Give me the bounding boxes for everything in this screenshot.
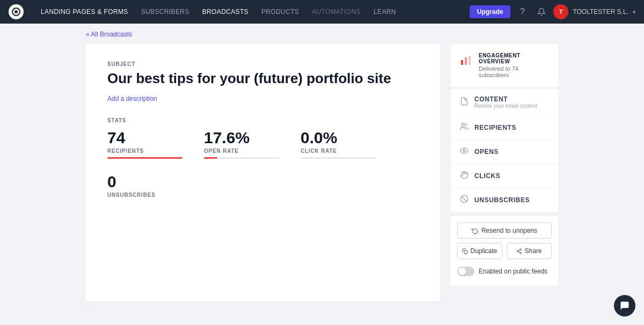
stat-unsubscribes: 0 UNSUBSCRIBES: [107, 174, 204, 198]
eye-icon: [459, 146, 469, 157]
sidebar-clicks-label: CLICKS: [474, 172, 500, 180]
stat-open-rate-label: OPEN RATE: [204, 148, 301, 154]
bar-chart-icon: [459, 54, 472, 67]
stats-label: STATS: [107, 117, 419, 123]
svg-point-8: [520, 248, 522, 250]
svg-rect-1: [465, 57, 467, 65]
svg-rect-7: [465, 250, 468, 254]
nav-item-products[interactable]: Products: [255, 0, 305, 24]
engagement-title: ENGAGEMENT OVERVIEW: [479, 53, 550, 64]
engagement-chart-icon: [459, 54, 472, 70]
stat-click-rate-label: CLICK RATE: [301, 148, 397, 154]
nav-items: Landing Pages & Forms Subscribers Broadc…: [34, 0, 470, 24]
share-label: Share: [524, 247, 541, 255]
footer: © 2013 - 2021 ConvertKit. All Rights Res…: [0, 323, 644, 325]
resend-label: Resend to unopens: [481, 227, 537, 234]
svg-point-3: [462, 123, 464, 126]
document-icon: [459, 97, 469, 108]
notifications-button[interactable]: [534, 4, 549, 19]
nav-item-automations[interactable]: Automations: [305, 0, 367, 24]
share-icon: [516, 248, 522, 254]
sidebar-item-recipients[interactable]: RECIPIENTS: [451, 116, 558, 140]
add-description-link[interactable]: Add a description: [107, 95, 157, 102]
stat-click-rate-track: [301, 157, 376, 159]
hand-icon: [459, 171, 469, 181]
stat-recipients-label: RECIPIENTS: [107, 148, 204, 154]
sidebar-nav: CONTENT Review your email content RECIPI…: [451, 89, 558, 212]
public-feeds-label: Enabled on public feeds: [479, 268, 547, 275]
svg-line-11: [518, 252, 520, 253]
svg-point-10: [520, 252, 522, 254]
nav-item-broadcasts[interactable]: Broadcasts: [196, 0, 255, 24]
help-button[interactable]: ?: [515, 4, 530, 19]
nav-item-learn[interactable]: Learn: [367, 0, 402, 24]
stat-open-rate: 17.6% OPEN RATE: [204, 130, 301, 161]
stat-recipients-fill: [107, 157, 182, 159]
people-icon: [459, 122, 469, 133]
svg-line-6: [462, 196, 466, 201]
stat-recipients-value: 74: [107, 130, 204, 146]
sidebar-item-content-text: CONTENT Review your email content: [474, 95, 537, 109]
nav-item-landing-pages[interactable]: Landing Pages & Forms: [34, 0, 135, 24]
duplicate-button[interactable]: Duplicate: [457, 243, 502, 259]
stat-click-rate: 0.0% CLICK RATE: [301, 130, 397, 161]
sidebar-actions: Resend to unopens Duplicate Share Enable…: [451, 216, 558, 286]
right-panel: ENGAGEMENT OVERVIEW Delivered to 74 subs…: [451, 44, 558, 286]
stat-recipients-track: [107, 157, 182, 159]
engagement-subtitle: Delivered to 74 subscribers: [479, 65, 550, 78]
nav-item-subscribers[interactable]: Subscribers: [135, 0, 196, 24]
public-feeds-toggle[interactable]: [457, 267, 474, 276]
public-feeds-row: Enabled on public feeds: [457, 263, 552, 279]
breadcrumb-bar: « All Broadcasts: [0, 24, 644, 44]
sidebar-recipients-label: RECIPIENTS: [474, 124, 516, 131]
engagement-text: ENGAGEMENT OVERVIEW Delivered to 74 subs…: [479, 53, 550, 78]
duplicate-icon: [462, 248, 468, 254]
logo[interactable]: [9, 4, 24, 19]
svg-rect-2: [469, 56, 471, 65]
sidebar-opens-label: OPENS: [474, 148, 499, 156]
svg-line-12: [518, 249, 520, 250]
resend-icon: [472, 227, 478, 234]
stat-recipients: 74 RECIPIENTS: [107, 130, 204, 161]
subject-label: SUBJECT: [107, 61, 419, 67]
breadcrumb-link[interactable]: « All Broadcasts: [86, 31, 132, 38]
stats-row: 74 RECIPIENTS 17.6% OPEN RATE 0.0% CLICK…: [107, 130, 419, 161]
username[interactable]: TOOLTESTER S.L.: [573, 8, 628, 16]
toggle-knob: [458, 268, 466, 275]
sidebar-unsubscribes-label: UNSUBSCRIBES: [474, 196, 530, 204]
sidebar-item-clicks[interactable]: CLICKS: [451, 164, 558, 188]
engagement-header: ENGAGEMENT OVERVIEW Delivered to 74 subs…: [451, 44, 558, 87]
sidebar-item-unsubscribes[interactable]: UNSUBSCRIBES: [451, 188, 558, 212]
logo-inner: [12, 8, 20, 16]
stat-click-rate-value: 0.0%: [301, 130, 397, 146]
btn-row: Duplicate Share: [457, 243, 552, 259]
navbar: Landing Pages & Forms Subscribers Broadc…: [0, 0, 644, 24]
stat-open-rate-value: 17.6%: [204, 130, 301, 146]
share-button[interactable]: Share: [507, 243, 552, 259]
avatar: T: [553, 4, 568, 19]
sidebar-item-content[interactable]: CONTENT Review your email content: [451, 89, 558, 116]
email-title: Our best tips for your (future) portfoli…: [107, 70, 419, 87]
stat-unsubscribes-label: UNSUBSCRIBES: [107, 192, 204, 198]
sidebar-content-label: CONTENT: [474, 95, 537, 103]
nav-right: Upgrade ? T TOOLTESTER S.L. ▾: [470, 4, 635, 19]
main-content: SUBJECT Our best tips for your (future) …: [0, 44, 644, 323]
bell-icon: [537, 8, 546, 16]
chat-icon: [619, 300, 630, 311]
duplicate-label: Duplicate: [470, 247, 497, 255]
svg-point-4: [463, 150, 465, 152]
stat-unsubscribes-value: 0: [107, 174, 204, 190]
stat-open-rate-fill: [204, 157, 217, 159]
sidebar-item-opens[interactable]: OPENS: [451, 140, 558, 164]
upgrade-button[interactable]: Upgrade: [470, 5, 511, 18]
chat-bubble[interactable]: [614, 295, 635, 316]
left-panel: SUBJECT Our best tips for your (future) …: [86, 44, 440, 301]
svg-point-9: [517, 250, 519, 252]
sidebar-content-sublabel: Review your email content: [474, 103, 537, 109]
resend-button[interactable]: Resend to unopens: [457, 223, 552, 239]
svg-rect-0: [461, 60, 463, 65]
block-icon: [459, 195, 469, 205]
chevron-down-icon: ▾: [633, 9, 635, 15]
stat-open-rate-track: [204, 157, 279, 159]
